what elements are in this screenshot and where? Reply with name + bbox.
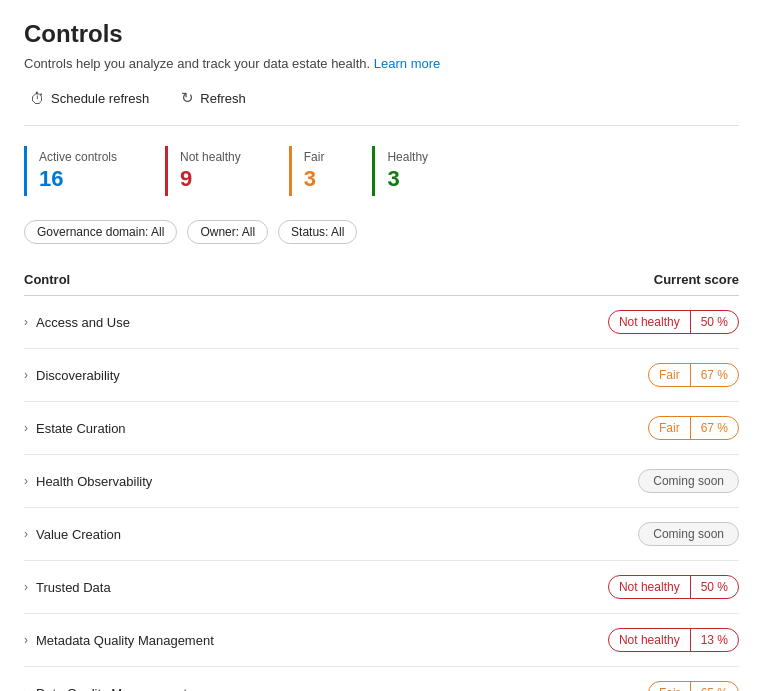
filters-row: Governance domain: AllOwner: AllStatus: … (24, 220, 739, 244)
badge-status: Coming soon (639, 470, 738, 492)
stat-card-healthy: Healthy 3 (372, 146, 428, 196)
score-badge: Fair 67 % (648, 363, 739, 387)
filter-chip-domain[interactable]: Governance domain: All (24, 220, 177, 244)
schedule-refresh-button[interactable]: ⏱ Schedule refresh (24, 86, 155, 111)
badge-percent: 67 % (690, 417, 738, 439)
row-control-name: Metadata Quality Management (36, 633, 214, 648)
row-control-name: Health Observability (36, 474, 152, 489)
table-row[interactable]: › Metadata Quality Management Not health… (24, 614, 739, 667)
badge-status: Coming soon (639, 523, 738, 545)
score-badge: Not healthy 50 % (608, 575, 739, 599)
stat-label: Not healthy (180, 150, 241, 164)
badge-status: Fair (649, 417, 690, 439)
score-badge: Fair 67 % (648, 416, 739, 440)
stat-card-fair: Fair 3 (289, 146, 325, 196)
filter-chip-status[interactable]: Status: All (278, 220, 357, 244)
score-badge: Not healthy 13 % (608, 628, 739, 652)
chevron-right-icon: › (24, 421, 28, 435)
table-header: Control Current score (24, 264, 739, 296)
stat-label: Active controls (39, 150, 117, 164)
badge-percent: 13 % (690, 629, 738, 651)
badge-status: Not healthy (609, 629, 690, 651)
stats-row: Active controls 16 Not healthy 9 Fair 3 … (24, 146, 739, 196)
stat-card-not-healthy: Not healthy 9 (165, 146, 241, 196)
row-left: › Access and Use (24, 315, 130, 330)
stat-label: Healthy (387, 150, 428, 164)
row-left: › Discoverability (24, 368, 120, 383)
badge-status: Not healthy (609, 311, 690, 333)
table-body: › Access and Use Not healthy 50 % › Disc… (24, 296, 739, 691)
badge-percent: 65 % (690, 682, 738, 691)
row-control-name: Value Creation (36, 527, 121, 542)
table-row[interactable]: › Discoverability Fair 67 % (24, 349, 739, 402)
row-control-name: Trusted Data (36, 580, 111, 595)
table-row[interactable]: › Value Creation Coming soon (24, 508, 739, 561)
badge-percent: 50 % (690, 576, 738, 598)
table-row[interactable]: › Health Observability Coming soon (24, 455, 739, 508)
badge-status: Fair (649, 364, 690, 386)
row-left: › Value Creation (24, 527, 121, 542)
col-control-header: Control (24, 272, 70, 287)
row-control-name: Estate Curation (36, 421, 126, 436)
toolbar: ⏱ Schedule refresh ↻ Refresh (24, 85, 739, 126)
refresh-button[interactable]: ↻ Refresh (175, 85, 252, 111)
stat-value: 9 (180, 166, 241, 192)
chevron-right-icon: › (24, 633, 28, 647)
stat-value: 16 (39, 166, 117, 192)
schedule-icon: ⏱ (30, 90, 45, 107)
stat-label: Fair (304, 150, 325, 164)
row-left: › Data Quality Management (24, 686, 187, 692)
learn-more-link[interactable]: Learn more (374, 56, 440, 71)
chevron-right-icon: › (24, 315, 28, 329)
page-subtitle: Controls help you analyze and track your… (24, 56, 739, 71)
chevron-right-icon: › (24, 474, 28, 488)
chevron-right-icon: › (24, 580, 28, 594)
badge-percent: 67 % (690, 364, 738, 386)
score-badge: Coming soon (638, 522, 739, 546)
score-badge: Not healthy 50 % (608, 310, 739, 334)
col-score-header: Current score (654, 272, 739, 287)
table-row[interactable]: › Trusted Data Not healthy 50 % (24, 561, 739, 614)
badge-percent: 50 % (690, 311, 738, 333)
row-left: › Metadata Quality Management (24, 633, 214, 648)
refresh-icon: ↻ (181, 89, 194, 107)
table-row[interactable]: › Data Quality Management Fair 65 % (24, 667, 739, 691)
chevron-right-icon: › (24, 527, 28, 541)
row-control-name: Data Quality Management (36, 686, 187, 692)
stat-value: 3 (387, 166, 428, 192)
chevron-right-icon: › (24, 368, 28, 382)
row-left: › Health Observability (24, 474, 152, 489)
table-row[interactable]: › Access and Use Not healthy 50 % (24, 296, 739, 349)
badge-status: Not healthy (609, 576, 690, 598)
row-control-name: Discoverability (36, 368, 120, 383)
badge-status: Fair (649, 682, 690, 691)
filter-chip-owner[interactable]: Owner: All (187, 220, 268, 244)
stat-card-active: Active controls 16 (24, 146, 117, 196)
table-row[interactable]: › Estate Curation Fair 67 % (24, 402, 739, 455)
page-title: Controls (24, 20, 739, 48)
row-left: › Estate Curation (24, 421, 126, 436)
score-badge: Coming soon (638, 469, 739, 493)
score-badge: Fair 65 % (648, 681, 739, 691)
row-left: › Trusted Data (24, 580, 111, 595)
row-control-name: Access and Use (36, 315, 130, 330)
stat-value: 3 (304, 166, 325, 192)
chevron-right-icon: › (24, 686, 28, 691)
